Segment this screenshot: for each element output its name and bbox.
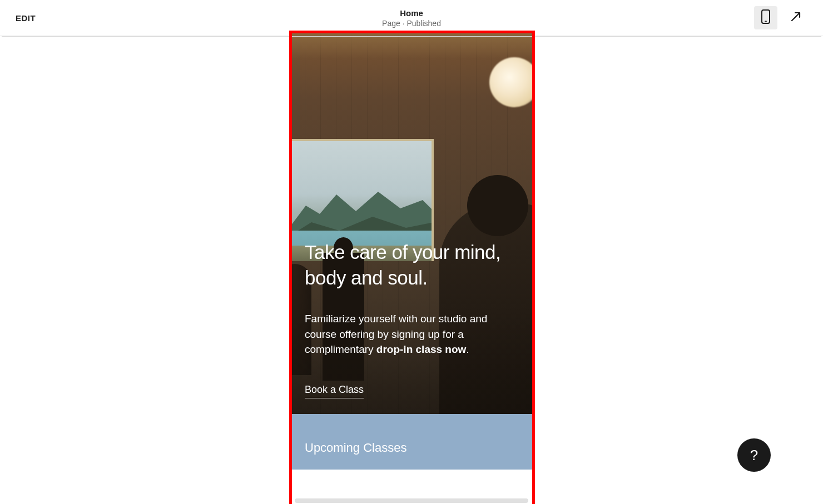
hero-content: Take care of your mind, body and soul. F… [305, 239, 518, 398]
mobile-preview-wrapper: Take care of your mind, body and soul. F… [289, 31, 534, 504]
edit-button[interactable]: EDIT [16, 13, 36, 23]
hero-description-suffix: . [466, 343, 469, 355]
preview-canvas: Take care of your mind, body and soul. F… [0, 36, 823, 504]
hero-description-bold: drop-in class now [376, 343, 467, 355]
expand-icon [790, 11, 802, 25]
page-title: Home [382, 8, 441, 18]
page-title-block: Home Page · Published [382, 8, 441, 28]
hero-ceiling-light [289, 31, 534, 58]
hero-lamp [489, 57, 534, 107]
hero-section[interactable]: Take care of your mind, body and soul. F… [289, 31, 534, 414]
book-class-link[interactable]: Book a Class [305, 384, 364, 398]
mobile-view-button[interactable] [754, 6, 777, 29]
upcoming-classes-heading: Upcoming Classes [305, 441, 518, 455]
hero-heading[interactable]: Take care of your mind, body and soul. [305, 239, 518, 290]
help-icon: ? [750, 447, 758, 464]
hero-description[interactable]: Familiarize yourself with our studio and… [305, 311, 518, 357]
mobile-preview-frame[interactable]: Take care of your mind, body and soul. F… [289, 31, 534, 470]
expand-button[interactable] [784, 6, 807, 29]
svg-rect-1 [765, 21, 767, 22]
upcoming-classes-section[interactable]: Upcoming Classes [289, 414, 534, 470]
mobile-icon [760, 9, 771, 26]
page-meta: Page · Published [382, 19, 441, 28]
horizontal-scrollbar[interactable] [295, 498, 528, 503]
help-button[interactable]: ? [737, 438, 771, 472]
view-controls [754, 6, 807, 29]
